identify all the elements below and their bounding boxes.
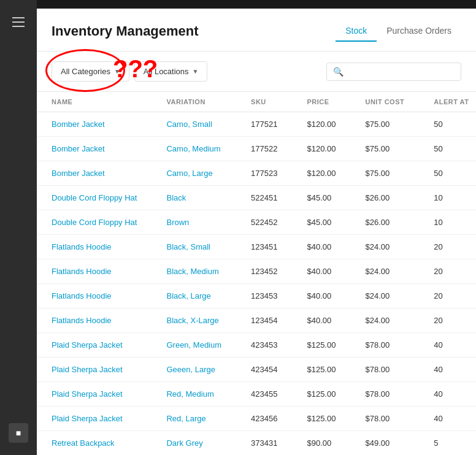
variation-link[interactable]: Black, Large: [166, 291, 210, 300]
toolbar: ??? All Categories ▼ All Locations ▼ 🔍: [37, 52, 476, 92]
col-price: PRICE: [292, 92, 350, 112]
unit-cost-value: $78.00: [350, 382, 419, 407]
variation-link[interactable]: Brown: [166, 218, 189, 227]
unit-cost-value: $24.00: [350, 235, 419, 259]
col-alert-at: ALERT AT: [419, 92, 476, 112]
categories-chevron-icon: ▼: [114, 68, 120, 75]
table-row: Plaid Sherpa JacketGeeen, Large423454$12…: [37, 358, 476, 382]
alert-at-value: 10: [419, 210, 476, 235]
top-bar: [37, 0, 476, 9]
sku-value: 177522: [236, 137, 292, 161]
table-row: Bomber JacketCamo, Small177521$120.00$75…: [37, 112, 476, 137]
product-name-link[interactable]: Bomber Jacket: [52, 120, 105, 129]
variation-link[interactable]: Black: [166, 193, 186, 202]
hamburger-menu[interactable]: [7, 12, 29, 32]
table-row: Plaid Sherpa JacketRed, Medium423455$125…: [37, 382, 476, 407]
alert-at-value: 20: [419, 284, 476, 308]
table-body: Bomber JacketCamo, Small177521$120.00$75…: [37, 112, 476, 456]
variation-link[interactable]: Dark Grey: [166, 438, 202, 448]
unit-cost-value: $24.00: [350, 284, 419, 308]
sku-value: 177521: [236, 112, 292, 137]
alert-at-value: 50: [419, 161, 476, 186]
variation-link[interactable]: Red, Medium: [166, 389, 213, 399]
sidebar-bottom-icon[interactable]: ■: [9, 423, 28, 443]
unit-cost-value: $78.00: [350, 407, 419, 431]
sku-value: 123452: [236, 259, 292, 284]
product-name-link[interactable]: Flatlands Hoodie: [52, 316, 112, 325]
unit-cost-value: $75.00: [350, 161, 419, 186]
table-row: Bomber JacketCamo, Medium177522$120.00$7…: [37, 137, 476, 161]
tab-purchase-orders[interactable]: Purchase Orders: [377, 21, 461, 42]
alert-at-value: 5: [419, 431, 476, 456]
price-value: $40.00: [292, 235, 350, 259]
product-name-link[interactable]: Double Cord Floppy Hat: [52, 193, 137, 202]
unit-cost-value: $24.00: [350, 308, 419, 333]
product-name-link[interactable]: Flatlands Hoodie: [52, 242, 112, 251]
product-name-link[interactable]: Plaid Sherpa Jacket: [52, 414, 123, 423]
unit-cost-value: $26.00: [350, 186, 419, 210]
locations-filter[interactable]: All Locations ▼: [134, 61, 208, 82]
alert-at-value: 50: [419, 137, 476, 161]
col-unit-cost: UNIT COST: [350, 92, 419, 112]
sku-value: 423453: [236, 333, 292, 358]
product-name-link[interactable]: Flatlands Hoodie: [52, 291, 112, 300]
table-row: Flatlands HoodieBlack, Small123451$40.00…: [37, 235, 476, 259]
col-sku: SKU: [236, 92, 292, 112]
price-value: $120.00: [292, 161, 350, 186]
unit-cost-value: $75.00: [350, 112, 419, 137]
sku-value: 423454: [236, 358, 292, 382]
unit-cost-value: $75.00: [350, 137, 419, 161]
alert-at-value: 50: [419, 112, 476, 137]
table-row: Flatlands HoodieBlack, Large123453$40.00…: [37, 284, 476, 308]
variation-link[interactable]: Camo, Medium: [166, 144, 220, 153]
filter-highlight-box: ??? All Categories ▼ All Locations ▼: [52, 61, 207, 82]
variation-link[interactable]: Camo, Small: [166, 120, 212, 129]
categories-filter[interactable]: All Categories ▼: [52, 61, 129, 82]
tab-stock[interactable]: Stock: [336, 21, 377, 42]
variation-link[interactable]: Green, Medium: [166, 340, 221, 350]
product-name-link[interactable]: Retreat Backpack: [52, 438, 115, 448]
price-value: $125.00: [292, 333, 350, 358]
sku-value: 522451: [236, 186, 292, 210]
product-name-link[interactable]: Plaid Sherpa Jacket: [52, 340, 123, 350]
product-name-link[interactable]: Bomber Jacket: [52, 169, 105, 178]
table-row: Retreat BackpackDark Grey373431$90.00$49…: [37, 431, 476, 456]
alert-at-value: 20: [419, 259, 476, 284]
sku-value: 123453: [236, 284, 292, 308]
search-input[interactable]: [347, 67, 455, 76]
table-header-row: NAME VARIATION SKU PRICE UNIT COST ALERT…: [37, 92, 476, 112]
product-name-link[interactable]: Double Cord Floppy Hat: [52, 218, 137, 227]
price-value: $45.00: [292, 186, 350, 210]
product-name-link[interactable]: Plaid Sherpa Jacket: [52, 389, 123, 399]
alert-at-value: 10: [419, 186, 476, 210]
header: Inventory Management Stock Purchase Orde…: [37, 9, 476, 52]
table-row: Flatlands HoodieBlack, X-Large123454$40.…: [37, 308, 476, 333]
table-container: NAME VARIATION SKU PRICE UNIT COST ALERT…: [37, 92, 476, 455]
sku-value: 373431: [236, 431, 292, 456]
variation-link[interactable]: Black, X-Large: [166, 316, 218, 325]
alert-at-value: 40: [419, 382, 476, 407]
variation-link[interactable]: Black, Small: [166, 242, 210, 251]
variation-link[interactable]: Camo, Large: [166, 169, 212, 178]
categories-label: All Categories: [61, 67, 110, 76]
alert-at-value: 40: [419, 407, 476, 431]
variation-link[interactable]: Red, Large: [166, 414, 205, 423]
sku-value: 522452: [236, 210, 292, 235]
sku-value: 123454: [236, 308, 292, 333]
sku-value: 177523: [236, 161, 292, 186]
price-value: $90.00: [292, 431, 350, 456]
inventory-table: NAME VARIATION SKU PRICE UNIT COST ALERT…: [37, 92, 476, 455]
price-value: $45.00: [292, 210, 350, 235]
header-top: Inventory Management Stock Purchase Orde…: [52, 21, 461, 41]
alert-at-value: 20: [419, 308, 476, 333]
search-box[interactable]: 🔍: [326, 63, 461, 81]
unit-cost-value: $78.00: [350, 358, 419, 382]
alert-at-value: 20: [419, 235, 476, 259]
variation-link[interactable]: Geeen, Large: [166, 365, 215, 374]
product-name-link[interactable]: Plaid Sherpa Jacket: [52, 365, 123, 374]
product-name-link[interactable]: Bomber Jacket: [52, 144, 105, 153]
variation-link[interactable]: Black, Medium: [166, 267, 218, 276]
locations-chevron-icon: ▼: [193, 68, 199, 75]
price-value: $125.00: [292, 407, 350, 431]
product-name-link[interactable]: Flatlands Hoodie: [52, 267, 112, 276]
